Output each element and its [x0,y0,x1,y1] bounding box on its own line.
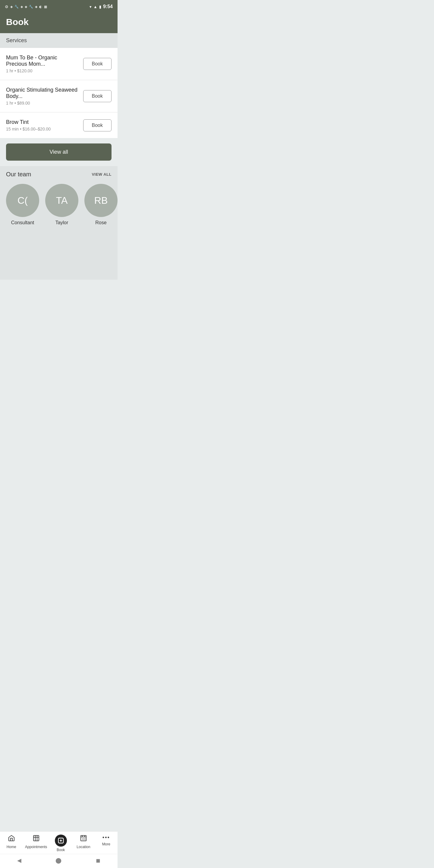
team-member-consultant[interactable]: C( Consultant [6,184,39,225]
status-bar-left-icons: ⚙ ◈ 🔧 ◈ ◈ 🔧 ◈ ◐ ▦ [5,4,47,9]
team-avatar-taylor: TA [45,184,79,217]
tool-icon-2: ◈ [21,5,23,9]
tool-icon-1: ◈ [10,5,13,9]
team-section: Our team VIEW ALL C( Consultant TA Taylo… [0,166,118,231]
service-meta-3: 15 min • $16.00–$20.00 [6,127,79,131]
page-title: Book [6,17,112,27]
team-name-rose: Rose [95,220,106,225]
team-view-all-button[interactable]: VIEW ALL [92,172,112,177]
battery-icon: ▮ [99,4,101,9]
team-avatar-rose: RB [84,184,118,217]
tool-icon-5: ◈ [35,5,37,9]
team-member-taylor[interactable]: TA Taylor [45,184,79,225]
service-item-2: Organic Stimulating Seaweed Body... 1 hr… [0,80,118,113]
service-meta-2: 1 hr • $89.00 [6,101,79,105]
view-all-button[interactable]: View all [6,144,112,161]
service-name-3: Brow Tint [6,119,79,125]
service-item-3: Brow Tint 15 min • $16.00–$20.00 Book [0,113,118,138]
signal-icon: ▲ [93,4,97,9]
service-info-1: Mum To Be - Organic Precious Mom... 1 hr… [6,55,79,73]
status-bar-right-icons: ▾ ▲ ▮ 9:54 [90,4,113,9]
book-button-2[interactable]: Book [83,90,112,102]
services-section-label: Services [0,33,118,48]
service-info-2: Organic Stimulating Seaweed Body... 1 hr… [6,87,79,105]
team-avatar-consultant: C( [6,184,39,217]
service-name-1: Mum To Be - Organic Precious Mom... [6,55,79,67]
circle-icon: ◐ [39,5,42,9]
filler-area [0,231,118,280]
team-members-list: C( Consultant TA Taylor RB Rose [6,184,112,231]
grid-icon: ▦ [44,5,47,9]
tool-icon-4: 🔧 [29,5,33,9]
team-section-label: Our team [6,171,31,178]
services-list: Mum To Be - Organic Precious Mom... 1 hr… [0,48,118,138]
status-bar: ⚙ ◈ 🔧 ◈ ◈ 🔧 ◈ ◐ ▦ ▾ ▲ ▮ 9:54 [0,0,118,13]
team-header: Our team VIEW ALL [6,171,112,178]
gear-icon: ⚙ [5,4,8,9]
service-info-3: Brow Tint 15 min • $16.00–$20.00 [6,119,79,131]
team-member-rose[interactable]: RB Rose [84,184,118,225]
service-meta-1: 1 hr • $120.00 [6,68,79,73]
wifi-icon: ▾ [90,4,92,9]
app-header: Book [0,13,118,33]
service-item-1: Mum To Be - Organic Precious Mom... 1 hr… [0,48,118,80]
team-name-consultant: Consultant [11,220,34,225]
status-time: 9:54 [103,4,113,9]
wrench-icon: 🔧 [14,5,19,9]
service-name-2: Organic Stimulating Seaweed Body... [6,87,79,99]
team-name-taylor: Taylor [56,220,68,225]
tool-icon-3: ◈ [25,5,27,9]
book-button-3[interactable]: Book [83,119,112,131]
book-button-1[interactable]: Book [83,58,112,70]
